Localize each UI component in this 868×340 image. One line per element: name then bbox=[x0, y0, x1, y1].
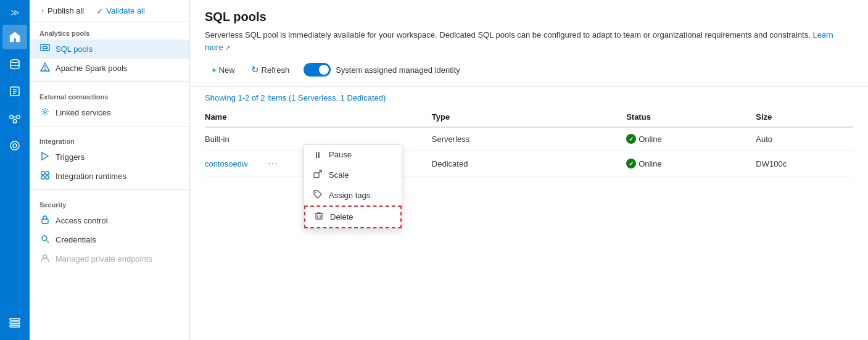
toolbar: + New ↻ Refresh System assigned managed … bbox=[205, 60, 853, 79]
security-section-label: Security bbox=[30, 194, 189, 211]
icon-bar: ≫ bbox=[0, 0, 30, 340]
svg-rect-14 bbox=[10, 325, 20, 327]
scale-menu-item[interactable]: Scale bbox=[304, 165, 402, 185]
delete-icon bbox=[314, 212, 324, 222]
sidebar-item-apache-spark-pools[interactable]: Apache Spark pools bbox=[30, 59, 189, 78]
external-connections-section-label: External connections bbox=[30, 86, 189, 103]
table-row: contosoedw ··· ⏸ Pause Scale bbox=[205, 151, 853, 177]
sidebar-item-integration-runtimes[interactable]: Integration runtimes bbox=[30, 167, 189, 186]
integrate-icon[interactable] bbox=[2, 106, 27, 131]
pool-link[interactable]: contosoedw bbox=[205, 159, 247, 168]
sidebar-item-triggers[interactable]: Triggers bbox=[30, 147, 189, 167]
svg-point-0 bbox=[10, 60, 19, 63]
monitor-icon[interactable] bbox=[2, 133, 27, 158]
pause-menu-item[interactable]: ⏸ Pause bbox=[304, 145, 402, 165]
external-link-icon: ↗ bbox=[225, 44, 230, 51]
context-menu-button[interactable]: ··· bbox=[265, 157, 282, 170]
svg-rect-25 bbox=[42, 219, 48, 223]
develop-icon[interactable] bbox=[2, 79, 27, 104]
refresh-button[interactable]: ↻ Refresh bbox=[244, 60, 297, 79]
sidebar-item-linked-services[interactable]: Linked services bbox=[30, 103, 189, 122]
delete-menu-item[interactable]: Delete bbox=[304, 205, 402, 228]
svg-rect-24 bbox=[46, 176, 49, 179]
toggle-container: System assigned managed identity bbox=[304, 63, 460, 77]
svg-rect-15 bbox=[41, 44, 49, 51]
svg-rect-22 bbox=[46, 172, 49, 175]
assign-tags-label: Assign tags bbox=[329, 191, 370, 200]
col-header-size: Size bbox=[756, 107, 853, 127]
integration-runtimes-icon bbox=[39, 170, 51, 182]
cell-size: Auto bbox=[756, 127, 853, 151]
svg-rect-5 bbox=[10, 115, 13, 118]
refresh-icon: ↻ bbox=[251, 64, 259, 75]
tag-icon bbox=[313, 190, 323, 201]
sidebar-item-sql-pools[interactable]: SQL pools bbox=[30, 39, 189, 59]
svg-rect-28 bbox=[314, 173, 319, 178]
scale-label: Scale bbox=[329, 170, 349, 180]
spark-pools-icon bbox=[39, 62, 51, 74]
credentials-icon bbox=[39, 234, 51, 246]
delete-label: Delete bbox=[330, 212, 353, 222]
svg-rect-21 bbox=[41, 172, 44, 175]
expand-icon[interactable]: ≫ bbox=[8, 5, 22, 20]
table-area: Showing 1-2 of 2 items (1 Serverless, 1 … bbox=[190, 87, 868, 340]
cell-status: Online bbox=[626, 127, 756, 151]
sql-pools-icon bbox=[39, 43, 51, 55]
managed-identity-toggle[interactable] bbox=[304, 63, 331, 77]
svg-marker-20 bbox=[42, 152, 48, 160]
plus-icon: + bbox=[212, 65, 217, 75]
cell-type: Dedicated bbox=[432, 151, 626, 177]
pause-label: Pause bbox=[329, 150, 352, 159]
svg-point-26 bbox=[42, 236, 47, 241]
manage-icon[interactable] bbox=[2, 310, 27, 335]
scale-icon bbox=[313, 170, 323, 180]
assign-tags-menu-item[interactable]: Assign tags bbox=[304, 185, 402, 205]
page-description: Serverless SQL pool is immediately avail… bbox=[205, 29, 853, 53]
validate-all-button[interactable]: ✓ Validate all bbox=[93, 4, 149, 19]
cell-type: Serverless bbox=[432, 127, 626, 151]
analytics-pools-section-label: Analytics pools bbox=[30, 22, 189, 39]
access-control-icon bbox=[39, 215, 51, 226]
status-dot bbox=[626, 159, 636, 168]
pools-table: Name Type Status Size Built-in Serverles… bbox=[205, 107, 853, 177]
integration-section-label: Integration bbox=[30, 130, 189, 147]
sidebar-top-bar: ↑ Publish all ✓ Validate all bbox=[30, 0, 189, 22]
table-row: Built-in Serverless Online Auto bbox=[205, 127, 853, 151]
svg-rect-13 bbox=[10, 322, 20, 324]
pause-icon: ⏸ bbox=[313, 150, 323, 160]
svg-point-19 bbox=[44, 69, 46, 70]
home-icon[interactable] bbox=[2, 25, 27, 49]
status-text: Online bbox=[639, 159, 662, 168]
managed-private-endpoints-icon bbox=[39, 253, 51, 265]
svg-rect-23 bbox=[41, 176, 44, 179]
linked-services-icon bbox=[39, 107, 51, 118]
svg-rect-6 bbox=[17, 115, 20, 118]
main-header: SQL pools Serverless SQL pool is immedia… bbox=[190, 0, 868, 87]
checkmark-icon: ✓ bbox=[96, 6, 104, 16]
svg-point-16 bbox=[43, 46, 48, 49]
sidebar-item-credentials[interactable]: Credentials bbox=[30, 230, 189, 249]
context-menu: ⏸ Pause Scale bbox=[304, 144, 402, 229]
page-title: SQL pools bbox=[205, 10, 853, 24]
publish-all-button[interactable]: ↑ Publish all bbox=[37, 4, 88, 19]
triggers-icon bbox=[39, 151, 51, 163]
svg-rect-12 bbox=[10, 318, 20, 320]
sidebar: ↑ Publish all ✓ Validate all Analytics p… bbox=[30, 0, 190, 340]
database-icon[interactable] bbox=[2, 52, 27, 77]
cell-status: Online bbox=[626, 151, 756, 177]
col-header-name: Name bbox=[205, 107, 432, 127]
col-header-type: Type bbox=[432, 107, 626, 127]
table-header-row: Name Type Status Size bbox=[205, 107, 853, 127]
sidebar-item-access-control[interactable]: Access control bbox=[30, 211, 189, 230]
svg-rect-7 bbox=[14, 120, 17, 123]
cell-size: DW100c bbox=[756, 151, 853, 177]
pool-name: Built-in bbox=[205, 135, 229, 144]
description-text: Serverless SQL pool is immediately avail… bbox=[205, 30, 812, 39]
svg-rect-31 bbox=[316, 214, 322, 219]
main-content: SQL pools Serverless SQL pool is immedia… bbox=[190, 0, 868, 340]
cell-name: contosoedw ··· ⏸ Pause Scale bbox=[205, 151, 432, 177]
sidebar-content: Analytics pools SQL pools Apache Spark p… bbox=[30, 22, 189, 340]
svg-point-11 bbox=[13, 144, 17, 147]
new-button[interactable]: + New bbox=[205, 62, 242, 78]
col-header-status: Status bbox=[626, 107, 756, 127]
